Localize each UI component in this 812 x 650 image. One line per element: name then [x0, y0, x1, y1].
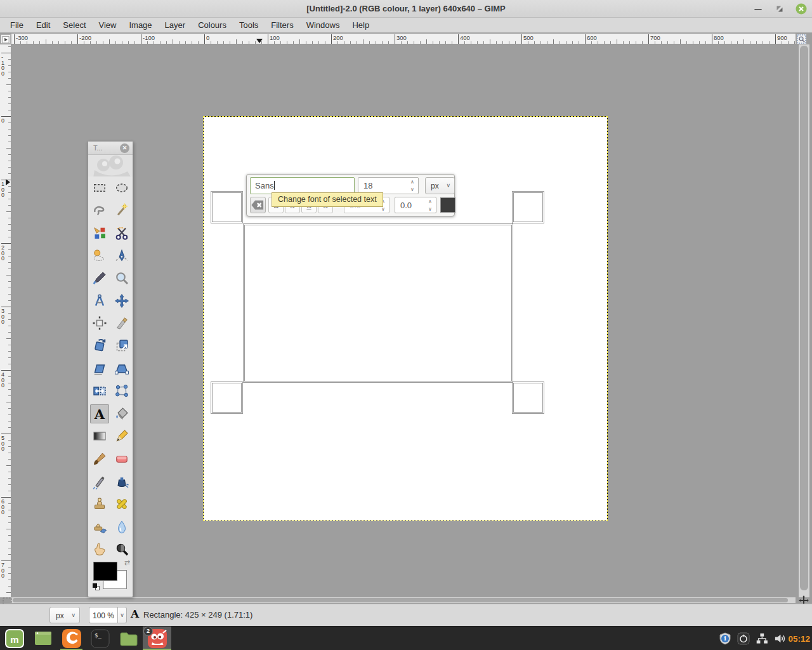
- vertical-ruler[interactable]: -1000100200300400500600700: [0, 44, 11, 597]
- ellipse-select-tool[interactable]: [112, 178, 131, 197]
- taskbar-terminal-icon[interactable]: $_: [86, 627, 114, 650]
- crop-tool[interactable]: [112, 314, 131, 333]
- clock[interactable]: 05:12: [788, 627, 810, 650]
- toolbox-close-icon[interactable]: ✕: [120, 143, 129, 153]
- flip-tool[interactable]: [90, 381, 109, 401]
- horizontal-scrollbar[interactable]: [11, 597, 796, 603]
- menu-item-filters[interactable]: Filters: [265, 18, 299, 32]
- smudge-tool[interactable]: [90, 540, 109, 559]
- maximize-icon[interactable]: [774, 3, 785, 15]
- clone-tool[interactable]: [90, 494, 109, 514]
- move-tool[interactable]: [112, 291, 131, 310]
- font-size-input[interactable]: 18 ∧∨: [358, 177, 419, 194]
- free-select-tool[interactable]: [90, 201, 109, 220]
- ruler-origin-button[interactable]: [1, 34, 11, 44]
- taskbar-mint-menu-icon[interactable]: m: [0, 627, 29, 650]
- scissors-select-tool[interactable]: [112, 223, 131, 242]
- menu-item-colours[interactable]: Colours: [192, 18, 233, 32]
- taskbar-gimp-icon[interactable]: 2: [143, 627, 171, 650]
- heal-tool[interactable]: [112, 494, 131, 514]
- tool-grid: A: [88, 176, 133, 560]
- quick-mask-toggle[interactable]: [3, 596, 12, 604]
- gradient-tool[interactable]: [90, 427, 109, 446]
- ink-tool[interactable]: [112, 472, 131, 491]
- perspective-tool[interactable]: [112, 359, 131, 378]
- clear-style-button[interactable]: [250, 197, 266, 213]
- zoom-follow-window-button[interactable]: [797, 34, 806, 44]
- foreground-select-tool[interactable]: [90, 246, 109, 265]
- bucket-fill-tool[interactable]: [112, 404, 131, 423]
- toolbox-titlebar[interactable]: T... ✕: [88, 142, 133, 155]
- foreground-color-swatch[interactable]: [93, 562, 117, 581]
- swap-colors-icon[interactable]: ⇄: [124, 559, 130, 567]
- airbrush-tool[interactable]: [90, 472, 109, 491]
- menu-item-layer[interactable]: Layer: [159, 18, 192, 32]
- ruler-major-tick: [395, 34, 395, 44]
- pencil-tool[interactable]: [112, 427, 131, 446]
- ruler-label: 200: [333, 34, 343, 41]
- menu-item-tools[interactable]: Tools: [233, 18, 265, 32]
- menu-item-file[interactable]: File: [4, 18, 30, 32]
- eraser-tool[interactable]: [112, 449, 131, 468]
- taskbar-firefox-icon[interactable]: [57, 627, 86, 650]
- menu-item-edit[interactable]: Edit: [30, 18, 56, 32]
- taskbar-files-icon[interactable]: [114, 627, 143, 650]
- paintbrush-tool[interactable]: [90, 449, 109, 468]
- menu-item-windows[interactable]: Windows: [300, 18, 346, 32]
- unit-select[interactable]: px ∨: [425, 177, 455, 194]
- network-icon[interactable]: [756, 632, 768, 645]
- menu-item-select[interactable]: Select: [56, 18, 92, 32]
- paths-tool[interactable]: [112, 246, 131, 265]
- font-size-spinner[interactable]: ∧∨: [409, 178, 416, 194]
- text-tool[interactable]: A: [90, 404, 109, 423]
- default-colors-icon[interactable]: [93, 583, 100, 591]
- color-picker-tool[interactable]: [90, 269, 109, 288]
- rotate-tool[interactable]: [90, 336, 109, 355]
- dodge-burn-tool[interactable]: [112, 540, 131, 559]
- perspective-clone-tool[interactable]: [90, 517, 109, 536]
- font-input[interactable]: Sans: [250, 177, 355, 194]
- status-bar: px ∨ 100 % ∨ A Rectangle: 425 × 249 (1.7…: [0, 604, 812, 626]
- minimize-icon[interactable]: [752, 3, 764, 15]
- cage-transform-tool[interactable]: [112, 381, 131, 401]
- kerning-input[interactable]: 0.0 ∧∨: [395, 197, 436, 213]
- update-manager-icon[interactable]: i: [719, 632, 731, 645]
- text-color-swatch[interactable]: [440, 197, 455, 213]
- menu-item-help[interactable]: Help: [346, 18, 376, 32]
- select-by-color-tool[interactable]: [90, 223, 109, 242]
- vertical-scrollbar-thumb[interactable]: [800, 46, 808, 590]
- close-icon[interactable]: [796, 3, 807, 15]
- zoom-level-dropdown[interactable]: ∨: [117, 607, 127, 623]
- text-box-handle-top-left[interactable]: [211, 191, 243, 223]
- fuzzy-select-tool[interactable]: [112, 201, 131, 220]
- ruler-label: 300: [1, 308, 9, 325]
- backup-icon[interactable]: [737, 632, 750, 645]
- shear-tool[interactable]: [90, 359, 109, 378]
- zoom-tool[interactable]: [112, 269, 131, 288]
- blur-sharpen-tool[interactable]: [112, 517, 131, 536]
- horizontal-ruler[interactable]: -300-200-1000100200300400500600700800900: [11, 34, 796, 44]
- system-tray: i: [719, 627, 787, 650]
- text-box-handle-bottom-right[interactable]: [512, 381, 544, 414]
- scale-tool[interactable]: [112, 336, 131, 355]
- zoom-level-input[interactable]: 100 %: [89, 607, 118, 623]
- menu-item-image[interactable]: Image: [122, 18, 158, 32]
- volume-icon[interactable]: [774, 632, 787, 645]
- vertical-scrollbar[interactable]: [799, 44, 809, 597]
- rectangle-select-tool[interactable]: [90, 178, 109, 197]
- ruler-label: 900: [777, 34, 787, 41]
- measure-tool[interactable]: [90, 291, 109, 310]
- ruler-label: 200: [1, 245, 9, 262]
- window-titlebar[interactable]: [Untitled]-2.0 (RGB colour, 1 layer) 640…: [0, 0, 812, 18]
- kerning-spinner[interactable]: ∧∨: [426, 198, 434, 213]
- ruler-major-tick: [521, 34, 522, 44]
- text-box-frame[interactable]: [243, 223, 513, 383]
- taskbar-show-desktop-icon[interactable]: [29, 627, 57, 650]
- align-tool[interactable]: [90, 314, 109, 333]
- horizontal-scrollbar-thumb[interactable]: [13, 598, 788, 602]
- text-box-handle-top-right[interactable]: [512, 191, 544, 223]
- menu-item-view[interactable]: View: [93, 18, 123, 32]
- status-unit-select[interactable]: px ∨: [49, 607, 80, 623]
- text-box-handle-bottom-left[interactable]: [211, 381, 243, 414]
- taskbar: m$_2 i 05:12: [0, 626, 812, 650]
